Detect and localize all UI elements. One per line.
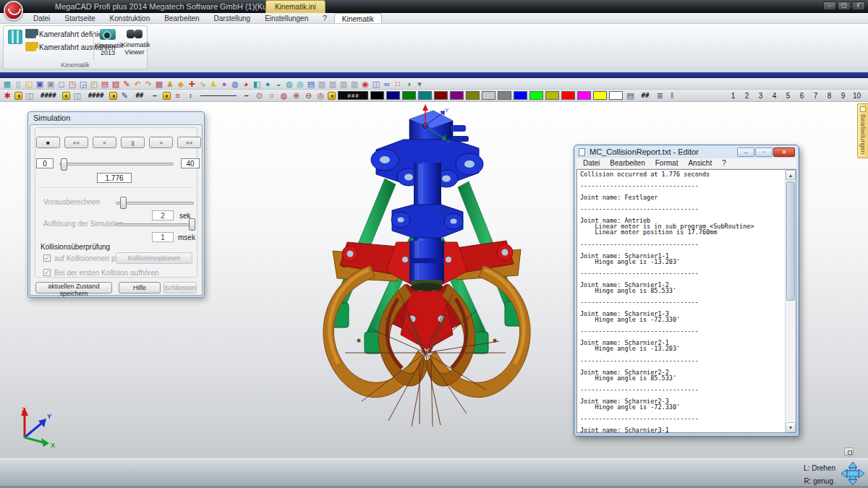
disc-teal-icon[interactable]: ◒	[273, 79, 284, 89]
number-button[interactable]: 4	[767, 92, 781, 100]
page-settings-icon[interactable]: ◰	[89, 79, 99, 89]
zoom-out-icon[interactable]: ⊖	[303, 90, 313, 100]
color-swatch-silver[interactable]	[482, 91, 495, 100]
grapple-model[interactable]: Y X	[289, 102, 582, 449]
number-button[interactable]: 8	[822, 92, 836, 100]
undo-icon[interactable]: ↶	[132, 79, 142, 89]
cylinder2-icon[interactable]: ▥	[328, 79, 338, 89]
linetype-preview[interactable]	[200, 95, 237, 96]
snap-marker-icon[interactable]: ✱	[2, 90, 12, 100]
zoom-pan-icon[interactable]: ○	[266, 90, 276, 100]
color-bars-icon[interactable]: ‖	[667, 90, 677, 100]
group-value[interactable]: ####	[85, 92, 108, 99]
resolution-slider-thumb[interactable]	[189, 218, 195, 231]
open-file-icon[interactable]: ◱	[24, 79, 34, 89]
page-delete-icon[interactable]: ▧	[111, 79, 121, 89]
page-import-icon[interactable]: ◲	[78, 79, 88, 89]
3d-viewport[interactable]: Y X Z Y X Simulation ■<<	[0, 102, 868, 458]
line-weight-icon[interactable]: ≡	[173, 90, 183, 100]
stop-first-collision-checkbox[interactable]: ✓	[43, 269, 51, 276]
fast-forward-button[interactable]: >>	[177, 137, 201, 148]
scroll-up-icon[interactable]: ▲	[786, 170, 796, 180]
layer-value[interactable]: ####	[37, 92, 60, 99]
color-swatch-white[interactable]	[609, 91, 623, 100]
tab-konstruktion[interactable]: Konstruktion	[103, 13, 158, 23]
save-icon[interactable]: ▣	[35, 79, 45, 89]
close-dialog-button[interactable]: Schliessen	[163, 282, 197, 294]
globe-teal-icon[interactable]: ◍	[284, 79, 294, 89]
number-button[interactable]: 7	[809, 92, 822, 100]
color-swatch-olive[interactable]	[466, 91, 480, 100]
file-tab-kinematik-ini[interactable]: Kinematik.ini	[265, 0, 326, 13]
editor-menu-item[interactable]: ?	[717, 158, 731, 168]
fast-rewind-button[interactable]: <<	[64, 137, 88, 148]
color-swatch-blue[interactable]	[514, 91, 527, 100]
cylinder1-icon[interactable]: ▥	[317, 79, 327, 89]
color-swatch-teal[interactable]	[418, 91, 432, 100]
kinematik-2013-button[interactable]: Kinematik 2013	[95, 29, 121, 56]
scrollbar-thumb[interactable]	[786, 181, 795, 301]
group-select-icon[interactable]: ◫	[72, 90, 82, 100]
group-lock-icon[interactable]	[62, 92, 70, 100]
user-edit-icon[interactable]: ♟	[165, 79, 175, 89]
precompute-slider-track[interactable]	[116, 202, 194, 205]
kinematik-group-icon[interactable]	[8, 30, 22, 44]
time-slider-thumb[interactable]	[61, 158, 67, 171]
resolution-value-input[interactable]: 1	[152, 232, 174, 242]
toolbar-overflow-icon[interactable]: ▾	[414, 79, 425, 89]
number-button[interactable]: 3	[754, 92, 767, 100]
solid-teal-box-icon[interactable]: ◧	[252, 79, 262, 89]
step-back-button[interactable]: <	[93, 137, 116, 148]
simulation-dialog-title[interactable]: Simulation	[28, 112, 204, 124]
page-red-icon[interactable]: ▤	[100, 79, 110, 89]
drop-element-icon[interactable]: ⇘	[197, 79, 208, 89]
precompute-slider-thumb[interactable]	[120, 197, 127, 209]
current-time-input[interactable]: 1.776	[97, 173, 132, 183]
new-document-icon[interactable]: ▯	[13, 79, 23, 89]
editor-menu-item[interactable]: Datei	[578, 158, 605, 168]
number-button[interactable]: 2	[740, 92, 754, 100]
color-swatch-yellow[interactable]	[593, 91, 607, 100]
editor-minimize-button[interactable]: –	[737, 147, 754, 157]
play-button[interactable]: >	[149, 137, 173, 148]
pan-mode-icon[interactable]	[841, 461, 865, 486]
redo-icon[interactable]: ↷	[143, 79, 153, 89]
tab-darstellung[interactable]: Darstellung	[207, 13, 258, 23]
editor-titlebar[interactable]: MC_CollisionReport.txt - Editor – ▫ ✕	[574, 145, 799, 158]
number-button[interactable]: 1	[726, 92, 740, 100]
editor-menu-item[interactable]: Ansicht	[683, 158, 717, 168]
stamp-icon[interactable]: ▩	[154, 79, 164, 89]
color-value[interactable]: ##	[637, 92, 652, 99]
number-button[interactable]: 5	[781, 92, 795, 100]
style-dropdown[interactable]: Stil ▾	[846, 1, 862, 9]
range-start-input[interactable]: 0	[36, 158, 54, 168]
precompute-value-input[interactable]: 2	[152, 210, 174, 221]
print-preview-icon[interactable]: ◻	[56, 79, 67, 89]
zoom-window-icon[interactable]: ⊙	[254, 90, 264, 100]
color-swatch-magenta[interactable]	[577, 91, 591, 100]
page-export-icon[interactable]: ◳	[67, 79, 77, 89]
minimize-button[interactable]: –	[823, 1, 836, 10]
pen-width-drop[interactable]: –	[149, 92, 160, 99]
editor-scrollbar[interactable]: ▲ ▼	[785, 170, 796, 432]
color-swatch-green[interactable]	[402, 91, 416, 100]
binoculars-toolbar-icon[interactable]: ∞	[382, 79, 392, 89]
solid-box-icon[interactable]: ◆	[176, 79, 186, 89]
cylinder3-icon[interactable]: ▥	[339, 79, 349, 89]
tab-startseite[interactable]: Startseite	[57, 13, 102, 23]
tab-help[interactable]: ?	[315, 13, 334, 23]
airbrush-icon[interactable]: ✎	[122, 79, 132, 89]
layer-lock-icon[interactable]	[14, 92, 22, 100]
pen-lock-icon[interactable]	[109, 92, 117, 100]
render-sphere-icon[interactable]: ◕	[241, 79, 251, 89]
new-part-icon[interactable]: ▦	[2, 79, 12, 89]
screen-palette-icon[interactable]: ▤	[625, 90, 635, 100]
mtl-sphere-icon[interactable]: ◉	[360, 79, 370, 89]
editor-menu-item[interactable]: Format	[650, 158, 684, 168]
linestyle-lock-icon[interactable]	[163, 92, 171, 100]
editor-close-button[interactable]: ✕	[773, 147, 795, 157]
color-swatch-darkyellow[interactable]	[545, 91, 559, 100]
sphere-teal-icon[interactable]: ●	[263, 79, 273, 89]
linetype-drop[interactable]: –	[241, 92, 252, 99]
editor-text-area[interactable]: Collision occurred at 1.776 seconds ----…	[576, 169, 796, 433]
